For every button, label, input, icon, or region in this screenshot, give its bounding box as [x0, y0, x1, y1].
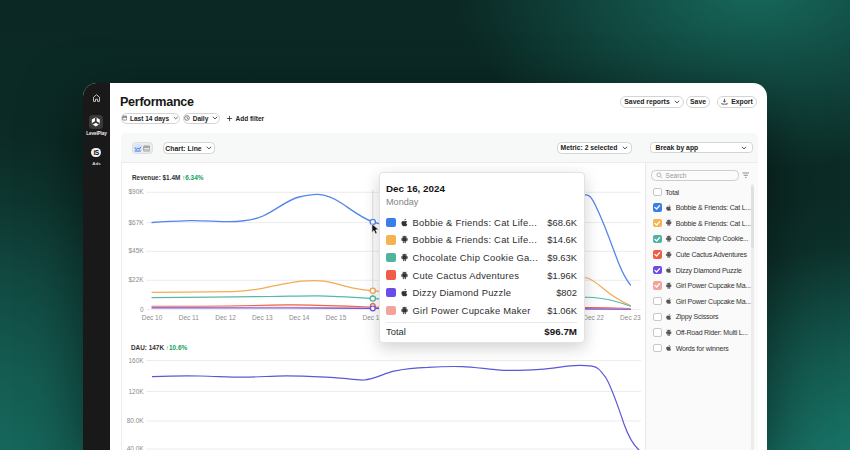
svg-text:Dec 12: Dec 12	[215, 314, 236, 321]
svg-text:Dec 14: Dec 14	[289, 314, 310, 321]
svg-text:0: 0	[140, 306, 144, 313]
svg-text:160K: 160K	[129, 357, 145, 364]
svg-text:Dec 10: Dec 10	[142, 314, 163, 321]
svg-text:Dec 23: Dec 23	[620, 314, 641, 321]
svg-text:$45K: $45K	[129, 247, 145, 254]
svg-text:$67K: $67K	[129, 219, 145, 226]
svg-text:Dec 15: Dec 15	[326, 314, 347, 321]
svg-text:$90K: $90K	[129, 188, 145, 195]
svg-text:$22K: $22K	[129, 276, 145, 283]
svg-text:40.0K: 40.0K	[127, 445, 145, 450]
svg-text:120K: 120K	[129, 388, 145, 395]
svg-text:Dec 22: Dec 22	[583, 314, 604, 321]
svg-text:80.0K: 80.0K	[127, 417, 145, 424]
svg-text:Dec 11: Dec 11	[179, 314, 199, 321]
svg-text:Dec 13: Dec 13	[252, 314, 273, 321]
